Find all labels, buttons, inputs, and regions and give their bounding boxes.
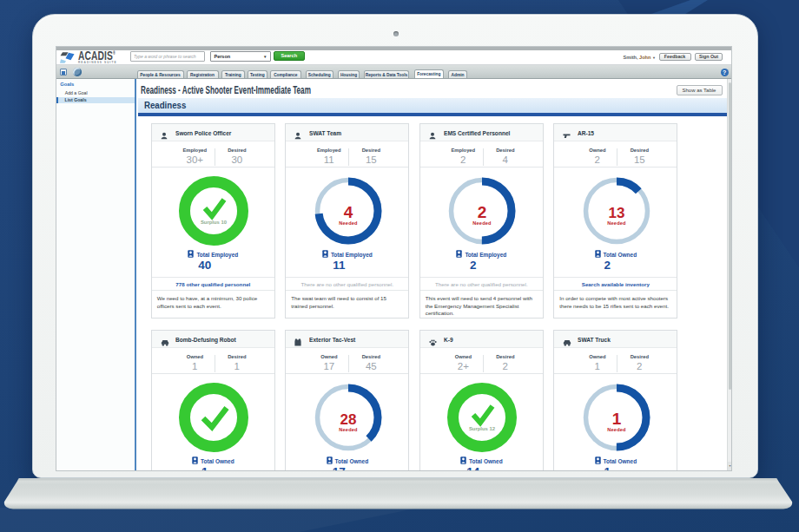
svg-text:Needed: Needed — [607, 220, 626, 226]
svg-text:Needed: Needed — [473, 220, 492, 226]
svg-text:28: 28 — [340, 411, 356, 428]
svg-text:13: 13 — [608, 205, 624, 221]
svg-text:Surplus 12: Surplus 12 — [469, 426, 496, 431]
svg-text:Needed: Needed — [339, 220, 358, 226]
svg-text:Needed: Needed — [607, 427, 626, 432]
svg-text:1: 1 — [612, 410, 622, 428]
svg-text:Needed: Needed — [339, 427, 358, 432]
svg-text:2: 2 — [478, 203, 487, 221]
svg-text:4: 4 — [344, 203, 353, 221]
svg-text:Surplus 10: Surplus 10 — [201, 220, 228, 225]
